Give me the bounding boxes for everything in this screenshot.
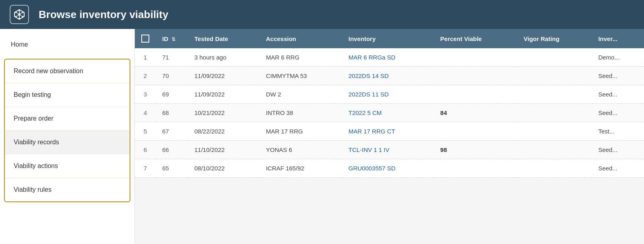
sidebar-item-viability-records[interactable]: Viability records	[5, 131, 130, 154]
row-num: 2	[135, 67, 156, 85]
row-tested-date: 08/10/2022	[188, 159, 260, 178]
svg-line-7	[17, 12, 18, 14]
table-row[interactable]: 4 68 10/21/2022 INTRO 38 T2022 5 CM 84 S…	[135, 104, 644, 122]
svg-point-13	[15, 12, 17, 13]
col-percent-viable[interactable]: Percent Viable	[434, 29, 517, 48]
row-inventory[interactable]: 2022DS 11 SD	[342, 85, 434, 104]
row-id: 65	[156, 159, 188, 178]
row-inventory-type: Seed...	[592, 104, 644, 122]
svg-point-10	[22, 16, 24, 18]
table-row[interactable]: 5 67 08/22/2022 MAR 17 RRG MAR 17 RRG CT…	[135, 122, 644, 141]
main-layout: Home Record new observation Begin testin…	[0, 29, 644, 244]
sidebar-item-home[interactable]: Home	[0, 34, 134, 55]
table-row[interactable]: 6 66 11/10/2022 YONAS 6 TCL-INV 1 1 IV 9…	[135, 141, 644, 159]
col-id[interactable]: ID ⇅	[156, 29, 188, 48]
row-num: 6	[135, 141, 156, 159]
sidebar-item-begin-testing[interactable]: Begin testing	[5, 83, 130, 107]
sort-icon-id: ⇅	[171, 37, 175, 42]
row-percent-viable	[434, 85, 517, 104]
row-percent-viable	[434, 67, 517, 85]
row-accession: MAR 6 RRG	[260, 48, 342, 67]
app-header: Browse inventory viability	[0, 0, 644, 29]
row-inventory-type: Seed...	[592, 141, 644, 159]
col-vigor-rating[interactable]: Vigor Rating	[517, 29, 592, 48]
row-inventory-type: Seed...	[592, 85, 644, 104]
row-id: 66	[156, 141, 188, 159]
row-inventory[interactable]: 2022DS 14 SD	[342, 67, 434, 85]
table-row[interactable]: 3 69 11/09/2022 DW 2 2022DS 11 SD Seed..…	[135, 85, 644, 104]
row-num: 5	[135, 122, 156, 141]
sidebar-item-record-new-observation[interactable]: Record new observation	[5, 59, 130, 83]
table-wrapper[interactable]: ID ⇅ Tested Date Accession Inventory Per…	[135, 29, 644, 244]
row-vigor-rating	[517, 104, 592, 122]
col-inventory[interactable]: Inventory	[342, 29, 434, 48]
row-accession: CIMMYTMA 53	[260, 67, 342, 85]
sidebar-item-viability-actions[interactable]: Viability actions	[5, 154, 130, 178]
row-tested-date: 10/21/2022	[188, 104, 260, 122]
row-accession: MAR 17 RRG	[260, 122, 342, 141]
sidebar-group: Record new observation Begin testing Pre…	[4, 59, 130, 202]
svg-line-4	[21, 15, 22, 16]
row-num: 1	[135, 48, 156, 67]
row-vigor-rating	[517, 122, 592, 141]
svg-point-1	[18, 13, 21, 16]
row-tested-date: 11/09/2022	[188, 67, 260, 85]
app-logo	[10, 5, 29, 24]
row-id: 70	[156, 67, 188, 85]
row-inventory-type: Demo...	[592, 48, 644, 67]
svg-point-11	[19, 18, 20, 19]
col-checkbox[interactable]	[135, 29, 156, 48]
row-percent-viable	[434, 48, 517, 67]
row-tested-date: 11/10/2022	[188, 141, 260, 159]
svg-line-3	[21, 12, 22, 14]
row-percent-viable: 98	[434, 141, 517, 159]
row-accession: INTRO 38	[260, 104, 342, 122]
row-inventory-type: Test...	[592, 122, 644, 141]
row-inventory-type: Seed...	[592, 67, 644, 85]
row-inventory[interactable]: GRU0003557 SD	[342, 159, 434, 178]
table-row[interactable]: 7 65 08/10/2022 ICRAF 165/92 GRU0003557 …	[135, 159, 644, 178]
svg-point-12	[15, 16, 17, 18]
svg-point-8	[19, 10, 20, 11]
row-percent-viable	[434, 122, 517, 141]
row-inventory[interactable]: MAR 17 RRG CT	[342, 122, 434, 141]
row-num: 7	[135, 159, 156, 178]
row-inventory[interactable]: MAR 6 RRGa SD	[342, 48, 434, 67]
row-percent-viable	[434, 159, 517, 178]
row-vigor-rating	[517, 141, 592, 159]
table-row[interactable]: 2 70 11/09/2022 CIMMYTMA 53 2022DS 14 SD…	[135, 67, 644, 85]
svg-point-9	[22, 12, 24, 13]
col-tested-date[interactable]: Tested Date	[188, 29, 260, 48]
row-id: 68	[156, 104, 188, 122]
row-tested-date: 08/22/2022	[188, 122, 260, 141]
row-vigor-rating	[517, 159, 592, 178]
row-num: 4	[135, 104, 156, 122]
row-inventory[interactable]: T2022 5 CM	[342, 104, 434, 122]
main-content: ID ⇅ Tested Date Accession Inventory Per…	[135, 29, 644, 244]
row-percent-viable: 84	[434, 104, 517, 122]
row-vigor-rating	[517, 48, 592, 67]
row-num: 3	[135, 85, 156, 104]
svg-line-6	[17, 15, 18, 16]
sidebar: Home Record new observation Begin testin…	[0, 29, 135, 244]
col-inventory-type[interactable]: Inver...	[592, 29, 644, 48]
row-inventory[interactable]: TCL-INV 1 1 IV	[342, 141, 434, 159]
row-accession: ICRAF 165/92	[260, 159, 342, 178]
row-tested-date: 3 hours ago	[188, 48, 260, 67]
select-all-checkbox[interactable]	[141, 35, 149, 43]
page-title: Browse inventory viability	[39, 8, 168, 21]
viability-table: ID ⇅ Tested Date Accession Inventory Per…	[135, 29, 644, 178]
sidebar-item-prepare-order[interactable]: Prepare order	[5, 107, 130, 131]
row-id: 67	[156, 122, 188, 141]
row-id: 69	[156, 85, 188, 104]
sidebar-item-viability-rules[interactable]: Viability rules	[5, 178, 130, 201]
row-vigor-rating	[517, 67, 592, 85]
row-accession: DW 2	[260, 85, 342, 104]
row-id: 71	[156, 48, 188, 67]
row-tested-date: 11/09/2022	[188, 85, 260, 104]
table-row[interactable]: 1 71 3 hours ago MAR 6 RRG MAR 6 RRGa SD…	[135, 48, 644, 67]
row-inventory-type: Seed...	[592, 159, 644, 178]
col-accession[interactable]: Accession	[260, 29, 342, 48]
row-vigor-rating	[517, 85, 592, 104]
row-accession: YONAS 6	[260, 141, 342, 159]
